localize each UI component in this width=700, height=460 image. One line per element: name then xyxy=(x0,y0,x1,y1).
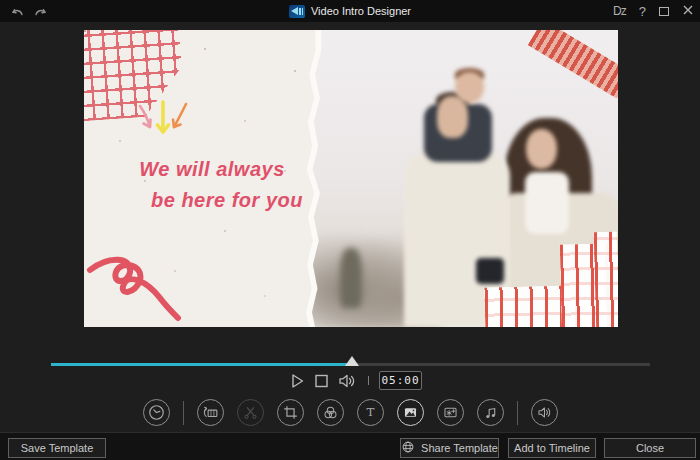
caption-line1: We will always xyxy=(139,158,285,180)
trim-scissors-button xyxy=(237,399,264,426)
maximize-icon[interactable] xyxy=(659,7,669,16)
close-button[interactable]: Close xyxy=(604,438,696,458)
footer-bar: Save Template Share Template Add to Time… xyxy=(0,432,700,460)
transport-divider xyxy=(368,376,369,385)
globe-icon xyxy=(401,440,415,456)
app-logo-icon xyxy=(289,5,305,18)
doodle-arrows xyxy=(132,100,194,152)
doodle-grid-bottom-right xyxy=(594,232,618,327)
photo-evergreen xyxy=(340,248,362,308)
stop-button[interactable] xyxy=(313,371,329,391)
directorzone-icon[interactable]: Dz xyxy=(613,4,626,18)
save-template-label: Save Template xyxy=(21,442,94,454)
share-template-label: Share Template xyxy=(421,442,498,454)
add-to-timeline-button[interactable]: Add to Timeline xyxy=(508,438,596,458)
mute-button[interactable] xyxy=(336,371,358,391)
close-label: Close xyxy=(636,442,664,454)
photo-child-face xyxy=(455,72,484,103)
share-template-button[interactable]: Share Template xyxy=(400,438,499,458)
close-icon[interactable] xyxy=(682,2,694,20)
photo-button[interactable] xyxy=(397,399,424,426)
toolbar-separator xyxy=(517,401,518,425)
svg-text:T: T xyxy=(366,405,374,419)
scissors-icon xyxy=(241,403,260,422)
pip-effects-button[interactable] xyxy=(437,399,464,426)
duration-clock-button[interactable] xyxy=(143,399,170,426)
play-button[interactable] xyxy=(288,371,306,391)
time-display: 05:00 xyxy=(379,371,422,390)
crop-icon xyxy=(281,403,300,422)
music-note-icon xyxy=(481,403,500,422)
audio-volume-button[interactable] xyxy=(531,399,558,426)
replace-media-icon xyxy=(201,403,220,422)
preview-caption: We will always be here for you xyxy=(92,154,332,216)
music-button[interactable] xyxy=(477,399,504,426)
photo-man-face xyxy=(437,96,468,138)
video-preview: We will always be here for you xyxy=(84,30,618,327)
title-text-button[interactable]: T xyxy=(357,399,384,426)
blend-circles-icon xyxy=(321,403,340,422)
speaker-icon xyxy=(535,403,554,422)
crop-button[interactable] xyxy=(277,399,304,426)
replace-media-button[interactable] xyxy=(197,399,224,426)
window-controls: Dz ? xyxy=(613,0,694,22)
seek-bar[interactable] xyxy=(51,363,650,366)
transport-controls: 05:00 xyxy=(288,370,422,391)
save-template-button[interactable]: Save Template xyxy=(8,438,106,458)
titlebar: Video Intro Designer Dz ? xyxy=(0,0,700,22)
photo-woman-face xyxy=(526,129,557,169)
window-title-area: Video Intro Designer xyxy=(0,0,700,22)
photo-woman-sweater xyxy=(525,172,569,234)
doodle-squiggle xyxy=(86,244,196,327)
color-effect-button[interactable] xyxy=(317,399,344,426)
photo-icon xyxy=(401,403,420,422)
tools-toolbar: T xyxy=(0,399,700,426)
help-icon[interactable]: ? xyxy=(639,4,646,19)
seek-progress xyxy=(51,363,352,366)
window-title: Video Intro Designer xyxy=(311,5,411,17)
text-icon: T xyxy=(361,403,380,422)
effects-icon xyxy=(441,403,460,422)
clock-icon xyxy=(147,403,166,422)
toolbar-separator xyxy=(183,401,184,425)
playhead-handle[interactable] xyxy=(345,356,359,366)
add-to-timeline-label: Add to Timeline xyxy=(514,442,590,454)
photo-dark-object xyxy=(476,258,504,284)
